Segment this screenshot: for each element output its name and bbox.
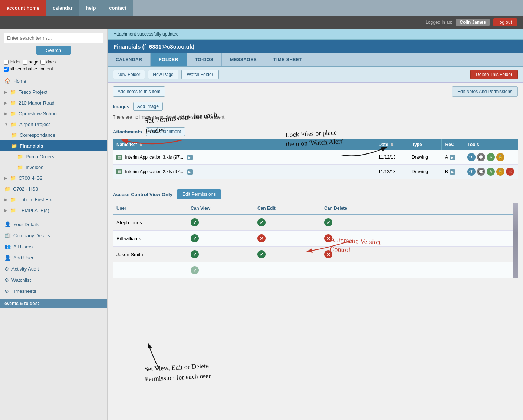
- images-section: Images Add Image There are no images ass…: [108, 100, 523, 126]
- logout-button[interactable]: log out: [493, 18, 517, 26]
- tool-comment-button2[interactable]: 💬: [477, 168, 485, 176]
- sidebar-item-template[interactable]: ▶ 📁 TEMPLATE(s): [0, 205, 107, 216]
- tool-lock-button2[interactable]: 🔒: [496, 168, 504, 176]
- access-control-section: Access Control View Only Edit Permission…: [108, 188, 523, 282]
- can-delete-steph: ✓: [320, 214, 513, 231]
- arrow-svg-4: [141, 337, 178, 374]
- tool-comment-button[interactable]: 💬: [477, 153, 485, 161]
- tab-todos[interactable]: TO-DOS: [187, 53, 222, 66]
- table-row: ▦ Interim Application 2.xls (97.... ▶ 11…: [113, 165, 518, 179]
- new-folder-button[interactable]: New Folder: [113, 70, 145, 79]
- check-yes-icon: ✓: [257, 218, 266, 226]
- tab-folder[interactable]: FOLDER: [151, 53, 187, 66]
- rev-play-button[interactable]: ▶: [450, 155, 455, 160]
- sidebar-item-210manor[interactable]: ▶ 📁 210 Manor Road: [0, 97, 107, 108]
- tools-cell2: 👁 💬 ✎ 🔒 ✕: [464, 165, 518, 179]
- search-filters: folder page docs all searchable content: [0, 59, 107, 75]
- col-name[interactable]: Name/Ref ⇅: [113, 139, 375, 150]
- type-cell2: Drawing: [408, 165, 441, 179]
- sidebar-item-your-details[interactable]: 👤 Your Details: [0, 219, 107, 230]
- user-name-display[interactable]: Colin James: [456, 19, 490, 26]
- check-partial-icon: ✓: [191, 266, 199, 274]
- collapse-icon: ▼: [4, 122, 8, 126]
- new-page-button[interactable]: New Page: [148, 70, 178, 79]
- sidebar-item-airport[interactable]: ▼ 📁 Airport Project: [0, 119, 107, 130]
- header-bar: Logged in as: Colin James log out: [0, 16, 523, 29]
- tool-lock-button[interactable]: 🔒: [496, 153, 504, 161]
- sidebar-item-invoices[interactable]: 📁 Invoices: [0, 162, 107, 173]
- nav-contact[interactable]: contact: [102, 0, 133, 16]
- tab-messages[interactable]: MESSAGES: [222, 53, 265, 66]
- can-edit-bill: ✕: [254, 231, 320, 247]
- add-notes-button[interactable]: Add notes to this item: [113, 86, 165, 97]
- can-view-jason: ✓: [187, 247, 254, 262]
- nav-calendar[interactable]: calendar: [46, 0, 79, 16]
- file-play-button[interactable]: ▶: [187, 155, 193, 160]
- attachments-section: Attachments Add attachment Name/Ref ⇅ Da…: [108, 126, 523, 188]
- sidebar-item-company-details[interactable]: 🏢 Company Details: [0, 230, 107, 241]
- sidebar-item-tesco[interactable]: ▶ 📁 Tesco Project: [0, 87, 107, 97]
- check-no-icon2: ✕: [324, 234, 332, 242]
- sidebar-item-c702[interactable]: 📁 C702 - HS3: [0, 183, 107, 194]
- sidebar-item-all-users[interactable]: 👥 All Users: [0, 241, 107, 252]
- search-input[interactable]: [4, 33, 103, 43]
- watch-folder-button[interactable]: Watch Folder: [181, 70, 219, 79]
- no-images-text: There are no images associated with this…: [113, 113, 518, 123]
- sidebar-item-tribute[interactable]: ▶ 📁 Tribute First Fix: [0, 194, 107, 205]
- content-area: Attachment successfully updated Financia…: [108, 29, 523, 420]
- rev-play-button2[interactable]: ▶: [450, 169, 455, 175]
- edit-notes-permissions-button[interactable]: Edit Notes And Permissions: [452, 86, 518, 97]
- folder-icon12: 📁: [10, 208, 16, 213]
- notes-row: Add notes to this item Edit Notes And Pe…: [108, 83, 523, 100]
- sidebar-item-add-user[interactable]: 👤 Add User: [0, 252, 107, 263]
- sidebar-item-watchlist[interactable]: ⊙ Watchlist: [0, 274, 107, 285]
- tool-eye-button[interactable]: 👁: [467, 153, 476, 161]
- filter-folder[interactable]: folder: [4, 59, 21, 65]
- sidebar-item-home[interactable]: 🏠 Home: [0, 75, 107, 87]
- tool-edit-button[interactable]: ✎: [487, 153, 495, 161]
- sidebar-item-purch[interactable]: 📁 Purch Orders: [0, 151, 107, 162]
- tool-eye-button2[interactable]: 👁: [467, 168, 476, 176]
- col-date[interactable]: Date ⇅: [375, 139, 408, 150]
- filter-docs[interactable]: docs: [40, 59, 56, 65]
- users-icon: 👥: [4, 244, 11, 249]
- sidebar-item-correspondance[interactable]: 📁 Correspondance: [0, 130, 107, 140]
- expand-icon2: ▶: [4, 101, 7, 105]
- tab-timesheet[interactable]: TIME SHEET: [265, 53, 310, 66]
- col-user: User: [113, 203, 187, 214]
- add-image-button[interactable]: Add Image: [133, 102, 163, 111]
- edit-permissions-button[interactable]: Edit Permissions: [177, 189, 221, 199]
- sidebar-item-openshaw[interactable]: ▶ 📁 Openshaw School: [0, 108, 107, 119]
- check-yes-icon3: ✓: [191, 250, 199, 258]
- sidebar-item-activity-audit[interactable]: ⊙ Activity Audit: [0, 263, 107, 274]
- can-view-steph: ✓: [187, 214, 254, 231]
- success-message: Attachment successfully updated: [108, 29, 523, 40]
- attachments-table: Name/Ref ⇅ Date ⇅ Type Rev.: [113, 139, 518, 179]
- folder-icon6: 📁: [11, 143, 17, 149]
- nav-account-home[interactable]: account home: [0, 0, 46, 16]
- sidebar-item-timesheets[interactable]: ⊙ Timesheets: [0, 285, 107, 297]
- folder-icon11: 📁: [10, 197, 16, 202]
- nav-help[interactable]: help: [79, 0, 103, 16]
- scrollbar[interactable]: [513, 203, 518, 278]
- sidebar-item-c700[interactable]: ▶ 📁 C700 -HS2: [0, 173, 107, 183]
- check-yes-icon: ✓: [191, 218, 199, 226]
- filter-page[interactable]: page: [23, 59, 39, 65]
- sidebar: Search folder page docs all searchable c…: [0, 29, 108, 420]
- check-no-icon3: ✕: [324, 250, 332, 258]
- delete-folder-button[interactable]: Delete This Folder: [470, 70, 518, 79]
- filter-all[interactable]: all searchable content: [4, 66, 53, 72]
- file-play-button2[interactable]: ▶: [187, 169, 193, 175]
- col-type: Type: [408, 139, 441, 150]
- access-row-steph: Steph jones ✓ ✓ ✓: [113, 214, 513, 231]
- search-button[interactable]: Search: [36, 46, 71, 55]
- tool-edit-button2[interactable]: ✎: [487, 168, 495, 176]
- date-cell2: 11/12/13: [375, 165, 408, 179]
- user-name-steph: Steph jones: [113, 214, 187, 231]
- sidebar-item-financials[interactable]: 📁 Financials: [0, 140, 107, 151]
- logged-in-label: Logged in as:: [425, 20, 452, 25]
- tab-calendar[interactable]: CALENDAR: [108, 53, 151, 66]
- tool-close-button[interactable]: ✕: [506, 168, 514, 176]
- add-attachment-button[interactable]: Add attachment: [146, 127, 185, 136]
- can-view-partial: ✓: [187, 262, 254, 278]
